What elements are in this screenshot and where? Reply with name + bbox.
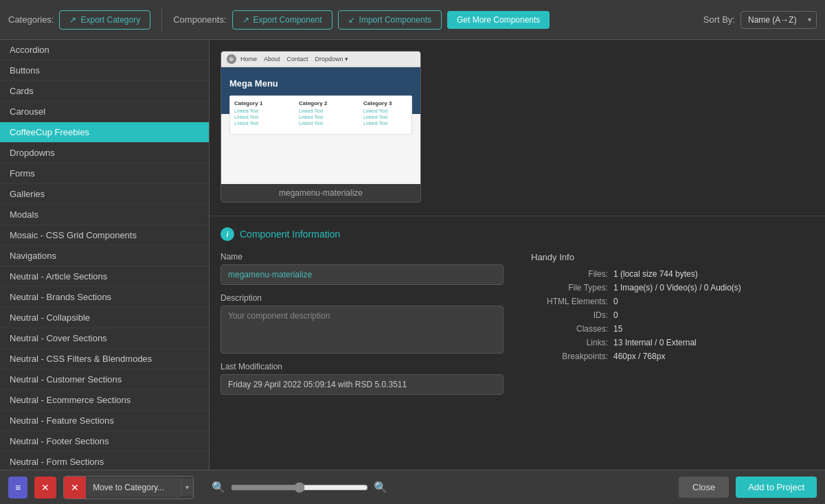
globe-icon: ⊕ — [227, 54, 236, 64]
export-component-icon: ↗ — [242, 15, 249, 25]
export-category-button[interactable]: ↗ Export Category — [59, 10, 150, 30]
name-label: Name — [221, 252, 504, 262]
zoom-section: 🔍 🔍 — [212, 481, 387, 494]
handy-row-files: Files: 1 (local size 744 bytes) — [531, 269, 814, 279]
bottom-bar: ≡ ✕ ✕ Move to Category... ▾ 🔍 🔍 Close Ad… — [0, 470, 825, 504]
handy-row-breakpoints: Breakpoints: 460px / 768px — [531, 352, 814, 361]
import-icon: ↙ — [348, 15, 355, 25]
sidebar-item-neutral-feature[interactable]: Neutral - Feature Sections — [0, 411, 209, 431]
preview-browser: ⊕ Home About Contact Dropdown ▾ Mega Men… — [221, 51, 420, 184]
sidebar-item-neutral-cover[interactable]: Neutral - Cover Sections — [0, 328, 209, 349]
info-left-col: Name megamenu-materialize Description Yo… — [221, 252, 504, 403]
sidebar-item-galleries[interactable]: Galleries — [0, 184, 209, 205]
sidebar-item-coffeecup-freebies[interactable]: CoffeeCup Freebies — [0, 122, 209, 143]
browser-nav: Home About Contact Dropdown ▾ — [240, 56, 348, 62]
cat-title-3: Category 3 — [363, 100, 407, 106]
files-label: Files: — [531, 269, 613, 279]
preview-card: ⊕ Home About Contact Dropdown ▾ Mega Men… — [221, 51, 421, 203]
html-elements-label: HTML Elements: — [531, 297, 613, 306]
sidebar-item-accordion[interactable]: Accordion — [0, 40, 209, 60]
components-section: Components: ↗ Export Component ↙ Import … — [173, 10, 550, 30]
zoom-out-icon[interactable]: 🔍 — [212, 481, 225, 494]
info-icon: i — [221, 227, 234, 241]
cat-link-1-2: Linked Text — [234, 115, 278, 119]
sidebar-item-forms[interactable]: Forms — [0, 163, 209, 184]
cat-link-2-3: Linked Text — [299, 121, 343, 126]
preview-area: ⊕ Home About Contact Dropdown ▾ Mega Men… — [210, 40, 825, 216]
sort-by-label: Sort By: — [703, 14, 735, 25]
move-chevron-icon: ▾ — [181, 479, 193, 496]
right-actions: Close Add to Project — [679, 477, 817, 498]
sidebar-item-neutral-article[interactable]: Neutral - Article Sections — [0, 266, 209, 287]
breakpoints-label: Breakpoints: — [531, 352, 613, 361]
mega-cat-col-1: Category 1 Linked Text Linked Text Linke… — [234, 100, 278, 127]
list-icon: ≡ — [15, 482, 21, 493]
nav-about: About — [264, 56, 280, 62]
browser-content: Mega Menu Category 1 Linked Text Linked … — [221, 67, 420, 184]
sidebar-item-neutral-form[interactable]: Neutral - Form Sections — [0, 452, 209, 470]
close-button[interactable]: Close — [679, 477, 729, 498]
sort-section: Sort By: Name (A→Z) ▾ — [703, 11, 817, 29]
last-mod-value: Friday 29 April 2022 05:09:14 with RSD 5… — [221, 374, 504, 395]
mega-cat-col-3: Category 3 Linked Text Linked Text Linke… — [363, 100, 407, 127]
sidebar-item-neutral-customer[interactable]: Neutral - Customer Sections — [0, 369, 209, 390]
sidebar-item-neutral-collapsible[interactable]: Neutral - Collapsible — [0, 308, 209, 328]
info-grid: Name megamenu-materialize Description Yo… — [221, 252, 814, 403]
cat-link-3-3: Linked Text — [363, 121, 407, 126]
zoom-slider[interactable] — [231, 482, 368, 493]
toolbar-divider — [161, 8, 162, 32]
classes-label: Classes: — [531, 324, 613, 334]
cat-title-2: Category 2 — [299, 100, 343, 106]
import-components-button[interactable]: ↙ Import Components — [338, 10, 442, 30]
sidebar-item-mosaic[interactable]: Mosaic - CSS Grid Components — [0, 225, 209, 246]
delete-button[interactable]: ✕ — [34, 477, 56, 499]
move-category-wrapper: ✕ Move to Category... ▾ — [63, 476, 194, 499]
top-toolbar: Categories: ↗ Export Category Components… — [0, 0, 825, 40]
move-close-button[interactable]: ✕ — [64, 477, 86, 499]
sort-select[interactable]: Name (A→Z) — [741, 11, 817, 29]
sidebar-item-neutral-footer[interactable]: Neutral - Footer Sections — [0, 431, 209, 452]
file-types-value: 1 Image(s) / 0 Video(s) / 0 Audio(s) — [613, 283, 741, 293]
export-component-button[interactable]: ↗ Export Component — [232, 10, 332, 30]
description-label: Description — [221, 293, 504, 303]
html-elements-value: 0 — [613, 297, 618, 306]
cat-link-2-1: Linked Text — [299, 108, 343, 113]
handy-info-title: Handy Info — [531, 252, 814, 262]
file-types-label: File Types: — [531, 283, 613, 293]
sidebar-item-modals[interactable]: Modals — [0, 205, 209, 225]
cat-link-1-1: Linked Text — [234, 108, 278, 113]
zoom-in-icon[interactable]: 🔍 — [374, 481, 387, 494]
add-to-project-button[interactable]: Add to Project — [736, 477, 817, 498]
name-value: megamenu-materialize — [221, 264, 504, 285]
handy-row-file-types: File Types: 1 Image(s) / 0 Video(s) / 0 … — [531, 283, 814, 293]
sidebar-item-navigations[interactable]: Navigations — [0, 246, 209, 266]
breakpoints-value: 460px / 768px — [613, 352, 665, 361]
sidebar: AccordionButtonsCardsCarouselCoffeeCup F… — [0, 40, 210, 470]
sidebar-item-carousel[interactable]: Carousel — [0, 102, 209, 122]
sidebar-item-dropdowns[interactable]: Dropdowns — [0, 143, 209, 163]
components-label: Components: — [173, 14, 226, 25]
handy-row-html-elements: HTML Elements: 0 — [531, 297, 814, 306]
list-view-button[interactable]: ≡ — [8, 477, 27, 499]
close-icon: ✕ — [41, 482, 49, 493]
mega-cat-col-2: Category 2 Linked Text Linked Text Linke… — [299, 100, 343, 127]
description-field[interactable]: Your component description — [221, 306, 504, 354]
sidebar-item-neutral-brands[interactable]: Neutral - Brands Sections — [0, 287, 209, 308]
cat-link-3-1: Linked Text — [363, 108, 407, 113]
nav-dropdown: Dropdown ▾ — [315, 56, 349, 62]
move-category-select[interactable]: Move to Category... — [86, 478, 181, 497]
get-more-components-button[interactable]: Get More Components — [447, 11, 550, 29]
nav-home: Home — [240, 56, 257, 62]
info-section-title: Component Information — [240, 229, 340, 240]
cat-link-2-2: Linked Text — [299, 115, 343, 119]
main-content: AccordionButtonsCardsCarouselCoffeeCup F… — [0, 40, 825, 470]
sidebar-item-buttons[interactable]: Buttons — [0, 60, 209, 81]
info-right-col: Handy Info Files: 1 (local size 744 byte… — [531, 252, 814, 403]
sort-wrapper: Name (A→Z) ▾ — [741, 11, 817, 29]
ids-value: 0 — [613, 310, 618, 320]
sidebar-item-neutral-css-filters[interactable]: Neutral - CSS Filters & Blendmodes — [0, 349, 209, 369]
categories-label: Categories: — [8, 14, 54, 25]
nav-contact: Contact — [287, 56, 308, 62]
sidebar-item-neutral-ecommerce[interactable]: Neutral - Ecommerce Sections — [0, 390, 209, 411]
sidebar-item-cards[interactable]: Cards — [0, 81, 209, 102]
